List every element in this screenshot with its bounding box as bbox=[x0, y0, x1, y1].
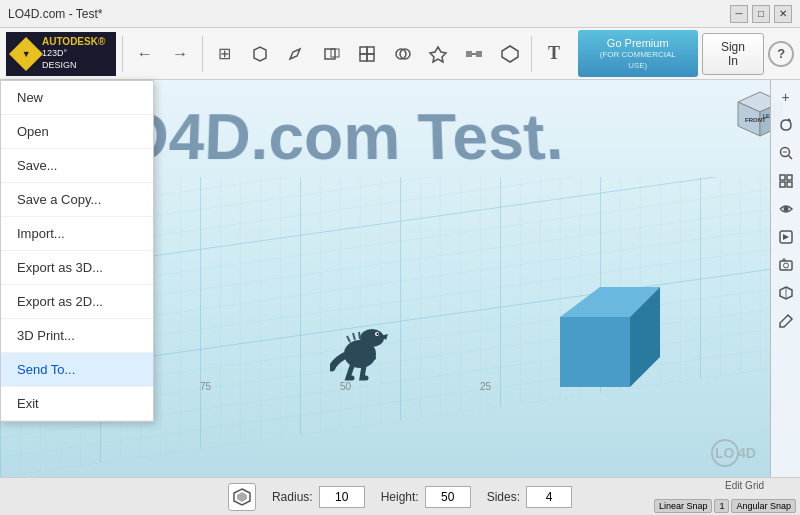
sides-input[interactable] bbox=[526, 486, 572, 508]
angular-snap-button[interactable]: Angular Snap bbox=[731, 499, 796, 513]
svg-point-33 bbox=[783, 207, 788, 212]
svg-rect-3 bbox=[360, 47, 367, 54]
svg-marker-11 bbox=[502, 46, 518, 62]
svg-line-27 bbox=[788, 156, 792, 160]
svg-rect-29 bbox=[780, 175, 785, 180]
shape-icon bbox=[228, 483, 256, 511]
brush-button[interactable] bbox=[773, 308, 799, 334]
toolbar-separator-1 bbox=[122, 36, 123, 72]
orbit-button[interactable] bbox=[773, 112, 799, 138]
render-button[interactable] bbox=[773, 224, 799, 250]
eye-button[interactable] bbox=[773, 196, 799, 222]
go-premium-button[interactable]: Go Premium (FOR COMMERCIAL USE) bbox=[578, 30, 698, 77]
sign-in-button[interactable]: Sign In bbox=[702, 33, 765, 75]
group-button[interactable] bbox=[351, 38, 383, 70]
menu-item-exit[interactable]: Exit bbox=[1, 387, 153, 421]
menu-item-import[interactable]: Import... bbox=[1, 217, 153, 251]
modify-button[interactable] bbox=[316, 38, 348, 70]
menu-item-send-to[interactable]: Send To... bbox=[1, 353, 153, 387]
combine-button[interactable] bbox=[387, 38, 419, 70]
axis-num-75: 75 bbox=[200, 381, 211, 392]
linear-snap-button[interactable]: Linear Snap bbox=[654, 499, 713, 513]
redo-button[interactable]: → bbox=[165, 38, 197, 70]
height-label: Height: bbox=[381, 490, 419, 504]
main-area: New Open Save... Save a Copy... Import..… bbox=[0, 80, 800, 477]
svg-marker-0 bbox=[254, 47, 266, 61]
zoom-in-button[interactable]: + bbox=[773, 84, 799, 110]
blue-cube-object[interactable] bbox=[550, 277, 670, 397]
sketch-button[interactable] bbox=[280, 38, 312, 70]
box-button[interactable] bbox=[245, 38, 277, 70]
svg-rect-10 bbox=[476, 51, 482, 57]
dinosaur-svg bbox=[330, 312, 390, 382]
svg-text:4D: 4D bbox=[738, 445, 756, 461]
titlebar-controls: ─ □ ✕ bbox=[730, 5, 792, 23]
close-button[interactable]: ✕ bbox=[774, 5, 792, 23]
logo-area[interactable]: ▼ AUTODESK® 123D° DESIGN bbox=[6, 32, 116, 76]
menu-item-save-copy[interactable]: Save a Copy... bbox=[1, 183, 153, 217]
dinosaur-object[interactable] bbox=[330, 312, 390, 382]
svg-rect-4 bbox=[367, 47, 374, 54]
blue-cube-svg bbox=[550, 277, 670, 397]
axis-num-50: 50 bbox=[340, 381, 351, 392]
sides-group: Sides: bbox=[487, 486, 572, 508]
svg-rect-30 bbox=[787, 175, 792, 180]
window-title: LO4D.com - Test* bbox=[8, 7, 102, 21]
svg-rect-6 bbox=[367, 54, 374, 61]
maximize-button[interactable]: □ bbox=[752, 5, 770, 23]
snapshot-button[interactable] bbox=[773, 252, 799, 278]
sides-label: Sides: bbox=[487, 490, 520, 504]
menu-item-new[interactable]: New bbox=[1, 81, 153, 115]
svg-text:LO: LO bbox=[715, 445, 735, 461]
svg-rect-9 bbox=[466, 51, 472, 57]
lo4d-svg: LO 4D bbox=[710, 438, 760, 468]
file-menu: New Open Save... Save a Copy... Import..… bbox=[0, 80, 154, 422]
fit-view-button[interactable] bbox=[773, 168, 799, 194]
toolbar-separator-3 bbox=[531, 36, 532, 72]
menu-item-export-3d[interactable]: Export as 3D... bbox=[1, 251, 153, 285]
edit-grid-label: Edit Grid bbox=[725, 480, 764, 491]
snap-button[interactable] bbox=[494, 38, 526, 70]
minimize-button[interactable]: ─ bbox=[730, 5, 748, 23]
height-group: Height: bbox=[381, 486, 471, 508]
lo4d-watermark: LO 4D bbox=[710, 438, 760, 473]
svg-rect-35 bbox=[780, 261, 792, 270]
logo-text: AUTODESK® 123D° DESIGN bbox=[42, 35, 105, 71]
radius-group: Radius: bbox=[272, 486, 365, 508]
new-shape-button[interactable]: ⊞ bbox=[209, 38, 241, 70]
radius-label: Radius: bbox=[272, 490, 313, 504]
height-input[interactable] bbox=[425, 486, 471, 508]
menu-item-print3d[interactable]: 3D Print... bbox=[1, 319, 153, 353]
material-button[interactable] bbox=[773, 280, 799, 306]
radius-input[interactable] bbox=[319, 486, 365, 508]
logo-diamond: ▼ bbox=[9, 37, 43, 71]
svg-marker-18 bbox=[560, 317, 630, 387]
axis-num-25: 25 bbox=[480, 381, 491, 392]
toolbar: ▼ AUTODESK® 123D° DESIGN ← → ⊞ T Go Prem… bbox=[0, 28, 800, 80]
svg-rect-32 bbox=[787, 182, 792, 187]
pattern-button[interactable] bbox=[458, 38, 490, 70]
menu-item-save[interactable]: Save... bbox=[1, 149, 153, 183]
right-toolbar: + bbox=[770, 80, 800, 477]
svg-point-17 bbox=[377, 333, 379, 335]
svg-rect-5 bbox=[360, 54, 367, 61]
svg-marker-40 bbox=[237, 492, 247, 502]
tweak-button[interactable] bbox=[423, 38, 455, 70]
text-button[interactable]: T bbox=[538, 38, 570, 70]
svg-point-36 bbox=[783, 263, 788, 268]
toolbar-separator-2 bbox=[202, 36, 203, 72]
snap-value-button[interactable]: 1 bbox=[714, 499, 729, 513]
undo-button[interactable]: ← bbox=[129, 38, 161, 70]
titlebar: LO4D.com - Test* ─ □ ✕ bbox=[0, 0, 800, 28]
svg-rect-31 bbox=[780, 182, 785, 187]
menu-item-export-2d[interactable]: Export as 2D... bbox=[1, 285, 153, 319]
menu-item-open[interactable]: Open bbox=[1, 115, 153, 149]
zoom-button[interactable] bbox=[773, 140, 799, 166]
snap-group: Linear Snap 1 Angular Snap bbox=[654, 499, 796, 513]
statusbar: Radius: Height: Sides: Edit Grid Linear … bbox=[0, 477, 800, 515]
help-button[interactable]: ? bbox=[768, 41, 794, 67]
